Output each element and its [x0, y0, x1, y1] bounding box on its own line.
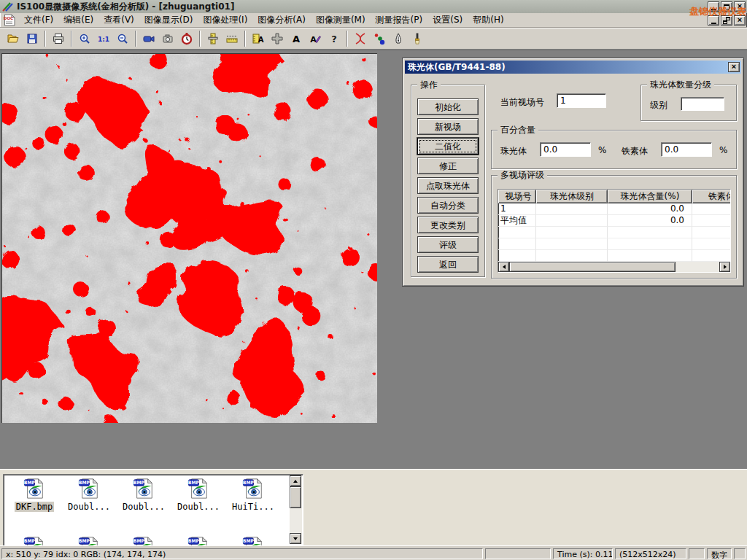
- level-input[interactable]: [681, 97, 724, 111]
- file-item[interactable]: [63, 536, 115, 546]
- brush-tool-icon: [411, 32, 424, 45]
- svg-text:A: A: [310, 35, 317, 44]
- close-button[interactable]: ×: [734, 1, 746, 12]
- correct-button[interactable]: 修正: [417, 158, 479, 174]
- file-item[interactable]: [227, 536, 279, 546]
- header-level: 珠光体级别: [536, 190, 608, 203]
- return-button[interactable]: 返回: [417, 256, 479, 273]
- file-list[interactable]: BMP DKF.bmp Doubl... Doubl... Doubl...: [3, 474, 303, 546]
- file-item[interactable]: DKF.bmp: [8, 478, 61, 512]
- bmp-file-icon: [78, 478, 100, 499]
- current-field-input[interactable]: [557, 93, 606, 108]
- zoom-in-icon: [78, 32, 91, 45]
- child-minimize-button[interactable]: [708, 15, 719, 26]
- zoom-out-button[interactable]: [113, 30, 132, 48]
- rate-button[interactable]: 评级: [417, 236, 479, 253]
- file-item[interactable]: HuiTi...: [227, 478, 279, 512]
- caliper-button[interactable]: [204, 30, 222, 48]
- file-item[interactable]: [172, 536, 225, 546]
- metallographic-image[interactable]: [1, 53, 377, 423]
- open-folder-button[interactable]: [4, 30, 23, 48]
- pick-pearlite-button[interactable]: 点取珠光体: [417, 177, 479, 194]
- file-name: HuiTi...: [231, 502, 276, 512]
- still-camera-button[interactable]: [158, 30, 177, 48]
- child-restore-button[interactable]: [721, 15, 732, 26]
- menu-item-file[interactable]: 文件(F): [19, 12, 58, 28]
- menu-item-edit[interactable]: 编辑(E): [58, 12, 98, 28]
- menu-item-help[interactable]: 帮助(H): [468, 12, 508, 28]
- timer-button[interactable]: [177, 30, 196, 48]
- pen-tool-button[interactable]: [389, 30, 408, 48]
- scroll-down-button[interactable]: [290, 533, 301, 544]
- binarize-button[interactable]: 二值化: [417, 138, 479, 155]
- text-measure-icon: A: [252, 32, 265, 45]
- annotate-icon: A: [309, 32, 322, 45]
- annotate-button[interactable]: A: [306, 30, 325, 48]
- svg-text:A: A: [293, 34, 300, 44]
- initialize-button[interactable]: 初始化: [417, 98, 479, 115]
- bmp-file-icon: [133, 478, 155, 499]
- file-list-scrollbar[interactable]: [290, 475, 302, 544]
- close-icon: ×: [738, 2, 742, 10]
- curve-tool-button[interactable]: [351, 30, 370, 48]
- curve-tool-icon: [354, 32, 367, 45]
- operation-group-label: 操作: [417, 79, 441, 90]
- scrollbar-thumb[interactable]: [509, 262, 676, 272]
- print-button[interactable]: [49, 30, 68, 48]
- video-camera-icon: [142, 32, 155, 45]
- scrollbar-track[interactable]: [676, 262, 719, 272]
- table-header-row: 视场号 珠光体级别 珠光体含量(%) 铁素体: [498, 190, 730, 203]
- menu-item-report[interactable]: 测量报告(P): [371, 12, 428, 28]
- toolbar-separator: [347, 31, 348, 47]
- file-item[interactable]: [8, 536, 61, 546]
- file-item[interactable]: Doubl...: [117, 478, 170, 512]
- ruler-button[interactable]: [222, 30, 241, 48]
- dialog-title: 珠光体(GB/T9441-88): [408, 61, 506, 74]
- caliper-icon: [206, 32, 220, 45]
- file-name: Doubl...: [176, 502, 221, 512]
- menu-item-image-process[interactable]: 图像处理(I): [198, 12, 252, 28]
- down-arrow-icon: [293, 537, 298, 540]
- new-field-button[interactable]: 新视场: [417, 118, 479, 135]
- scroll-right-button[interactable]: [719, 262, 730, 272]
- toolbar-separator: [199, 31, 201, 47]
- rating-table[interactable]: 视场号 珠光体级别 珠光体含量(%) 铁素体 1 0.0 平均值: [498, 189, 731, 273]
- dialog-title-bar[interactable]: 珠光体(GB/T9441-88) ×: [405, 61, 741, 74]
- minimize-button[interactable]: [708, 1, 719, 12]
- toolbar-separator: [44, 31, 46, 47]
- menu-item-settings[interactable]: 设置(S): [427, 12, 468, 28]
- menu-item-image-analysis[interactable]: 图像分析(A): [252, 12, 311, 28]
- pearlite-percent-input[interactable]: [540, 142, 591, 157]
- zoom-in-button[interactable]: [75, 30, 94, 48]
- window-title: IS100显微摄像系统(金相分析版) - [zhuguangti01]: [17, 1, 234, 13]
- scroll-up-button[interactable]: [290, 475, 301, 486]
- ferrite-percent-input[interactable]: [661, 142, 712, 157]
- scroll-left-button[interactable]: [498, 262, 509, 272]
- maximize-button[interactable]: [721, 1, 732, 12]
- mdi-child-controls: ×: [708, 15, 746, 26]
- cell-ferrite: [692, 203, 731, 215]
- save-button[interactable]: [23, 30, 42, 48]
- menu-item-view[interactable]: 查看(V): [98, 12, 139, 28]
- text-label-button[interactable]: A: [287, 30, 306, 48]
- classify-points-button[interactable]: [370, 30, 389, 48]
- actual-size-button[interactable]: 1:1: [94, 30, 113, 48]
- help-button[interactable]: ?: [325, 30, 344, 48]
- table-row: 平均值 0.0: [498, 215, 730, 227]
- brush-tool-button[interactable]: [408, 30, 427, 48]
- video-camera-button[interactable]: [139, 30, 158, 48]
- move-tool-button[interactable]: [268, 30, 287, 48]
- dialog-close-button[interactable]: ×: [728, 62, 740, 72]
- file-item[interactable]: Doubl...: [172, 478, 225, 512]
- change-class-button[interactable]: 更改类别: [417, 217, 479, 233]
- percent-group-label: 百分含量: [498, 125, 538, 136]
- scrollbar-thumb[interactable]: [290, 486, 301, 508]
- text-measure-button[interactable]: A: [249, 30, 268, 48]
- auto-classify-button[interactable]: 自动分类: [417, 197, 479, 214]
- file-item[interactable]: [117, 536, 170, 546]
- table-horizontal-scrollbar[interactable]: [498, 262, 730, 272]
- menu-item-image-measure[interactable]: 图像测量(M): [311, 12, 371, 28]
- menu-item-image-display[interactable]: 图像显示(D): [139, 12, 198, 28]
- child-close-button[interactable]: ×: [734, 15, 746, 26]
- file-item[interactable]: Doubl...: [63, 478, 115, 512]
